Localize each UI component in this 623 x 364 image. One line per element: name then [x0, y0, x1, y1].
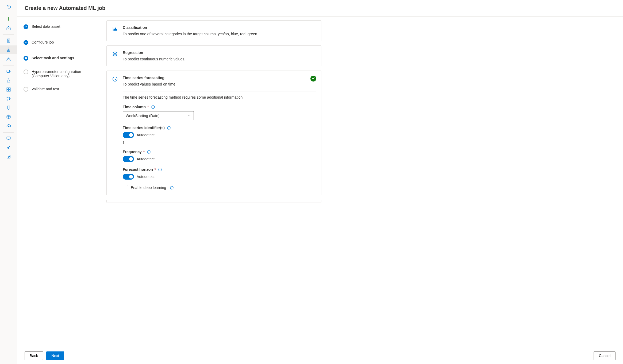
edit-icon: [6, 154, 11, 159]
nav-automl[interactable]: [0, 45, 17, 54]
nav-monitor[interactable]: [0, 134, 17, 143]
nav-edit[interactable]: [0, 152, 17, 161]
wizard-footer: Back Next Cancel: [17, 347, 623, 364]
step-pending-icon: [24, 69, 28, 74]
nav-new[interactable]: [0, 15, 17, 23]
nav-sidebar: [0, 0, 17, 364]
svg-point-11: [7, 100, 7, 100]
nav-key[interactable]: [0, 143, 17, 152]
wizard-steps: Select data asset Configure job Select t…: [17, 17, 99, 347]
svg-point-10: [9, 98, 10, 99]
next-button[interactable]: Next: [46, 351, 64, 360]
flow-icon: [6, 96, 11, 101]
key-icon: [6, 145, 11, 150]
plus-icon: [6, 17, 11, 21]
svg-rect-7: [7, 90, 8, 91]
card-title: Time series forecasting: [123, 76, 316, 80]
info-icon[interactable]: [158, 168, 162, 172]
nav-flow[interactable]: [0, 94, 17, 103]
frequency-toggle[interactable]: [123, 156, 134, 162]
step-current-icon: [24, 56, 28, 61]
hierarchy-icon: [6, 56, 11, 61]
cancel-button[interactable]: Cancel: [594, 351, 616, 360]
frequency-label: Frequency*: [123, 150, 151, 154]
nav-components[interactable]: [0, 85, 17, 94]
step-done-icon: [24, 40, 28, 45]
nav-notebooks[interactable]: [0, 36, 17, 45]
nav-home[interactable]: [0, 24, 17, 32]
flask-bolt-icon: [6, 47, 11, 52]
svg-point-9: [7, 97, 7, 98]
svg-rect-18: [116, 29, 117, 30]
monitor-icon: [6, 136, 11, 141]
card-title: Regression: [123, 51, 316, 55]
step-validate-test[interactable]: Validate and test: [24, 87, 92, 92]
layers-icon: [112, 51, 118, 57]
page-title: Create a new Automated ML job: [25, 5, 105, 11]
info-icon[interactable]: [170, 186, 174, 190]
back-button[interactable]: Back: [25, 351, 43, 360]
page-header: Create a new Automated ML job: [17, 0, 623, 17]
cloud-icon: [6, 123, 11, 128]
horizon-toggle[interactable]: [123, 174, 134, 180]
svg-point-14: [7, 147, 9, 149]
ts-identifier-label: Time series identifier(s): [123, 126, 171, 130]
stray-text: ): [123, 140, 316, 144]
clock-icon: [112, 76, 118, 82]
step-pending-icon: [24, 87, 28, 92]
toggle-label: Autodetect: [137, 157, 155, 161]
step-hyperparameter[interactable]: Hyperparameter configuration (Computer V…: [24, 69, 92, 78]
flask-icon: [6, 78, 11, 83]
cube-icon: [6, 114, 11, 119]
nav-compute[interactable]: [0, 103, 17, 112]
info-icon[interactable]: [167, 126, 171, 130]
svg-rect-1: [8, 57, 9, 58]
task-card-classification[interactable]: Classification To predict one of several…: [106, 20, 321, 41]
selected-check-icon: [310, 76, 316, 82]
card-desc: To predict one of several categories in …: [123, 32, 316, 36]
deep-learning-label: Enable deep learning: [131, 185, 166, 190]
data-icon: [6, 69, 11, 74]
toggle-label: Autodetect: [137, 175, 155, 179]
svg-rect-4: [7, 70, 10, 73]
info-icon[interactable]: [147, 150, 151, 154]
ts-identifier-toggle[interactable]: [123, 132, 134, 138]
undo-icon: [6, 4, 11, 9]
clipboard-icon: [6, 38, 11, 43]
card-info: The time series forecasting method requi…: [123, 95, 316, 99]
time-column-select[interactable]: WeekStarting (Date): [123, 111, 194, 120]
content-scroll[interactable]: Classification To predict one of several…: [99, 17, 623, 347]
svg-rect-12: [7, 106, 10, 109]
step-select-data-asset[interactable]: Select data asset: [24, 24, 92, 29]
card-desc: To predict continuous numeric values.: [123, 57, 316, 61]
nav-jobs[interactable]: [0, 76, 17, 85]
task-card-next-partial[interactable]: [106, 200, 321, 203]
svg-rect-6: [9, 88, 10, 89]
task-card-forecasting[interactable]: Time series forecasting To predict value…: [106, 71, 321, 195]
step-configure-job[interactable]: Configure job: [24, 40, 92, 45]
horizon-label: Forecast horizon*: [123, 167, 162, 172]
nav-endpoints[interactable]: [0, 122, 17, 130]
task-card-regression[interactable]: Regression To predict continuous numeric…: [106, 45, 321, 66]
svg-rect-5: [7, 88, 8, 89]
svg-rect-13: [7, 137, 10, 139]
server-icon: [6, 105, 11, 110]
home-icon: [6, 26, 11, 30]
card-title: Classification: [123, 25, 316, 30]
grid-icon: [6, 87, 11, 92]
step-done-icon: [24, 24, 28, 29]
toggle-label: Autodetect: [137, 133, 155, 137]
info-icon[interactable]: [151, 105, 155, 109]
svg-rect-16: [114, 29, 114, 30]
nav-pipelines[interactable]: [0, 55, 17, 63]
step-select-task[interactable]: Select task and settings: [24, 56, 92, 61]
svg-rect-17: [115, 28, 116, 30]
deep-learning-checkbox[interactable]: [123, 185, 128, 190]
svg-rect-8: [9, 90, 10, 91]
nav-data[interactable]: [0, 67, 17, 76]
chevron-down-icon: [188, 114, 191, 117]
svg-rect-3: [9, 60, 10, 61]
nav-back[interactable]: [0, 2, 17, 11]
nav-models[interactable]: [0, 113, 17, 121]
time-column-label: Time column*: [123, 105, 155, 109]
